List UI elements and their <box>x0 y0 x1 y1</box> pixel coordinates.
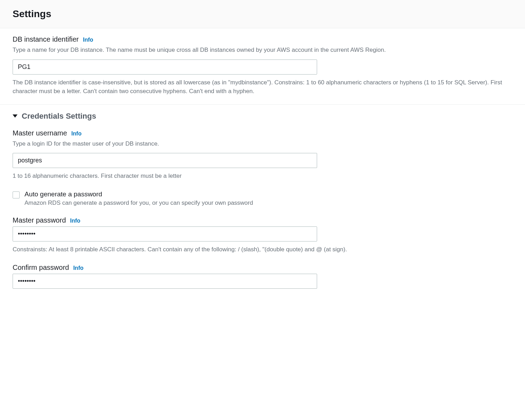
master-username-input[interactable] <box>13 153 317 168</box>
credentials-section: Credentials Settings Master username Inf… <box>0 104 525 307</box>
confirm-password-label: Confirm password <box>13 264 69 272</box>
auto-generate-row: Auto generate a password Amazon RDS can … <box>13 190 512 206</box>
db-identifier-description: Type a name for your DB instance. The na… <box>13 46 512 55</box>
confirm-password-info-link[interactable]: Info <box>73 265 83 271</box>
confirm-password-group: Confirm password Info <box>13 264 512 289</box>
confirm-password-input[interactable] <box>13 274 317 289</box>
auto-generate-checkbox[interactable] <box>13 191 20 198</box>
auto-generate-content: Auto generate a password Amazon RDS can … <box>24 190 512 206</box>
master-password-input[interactable] <box>13 226 317 241</box>
caret-down-icon <box>13 114 18 118</box>
master-password-group: Master password Info Constrainsts: At le… <box>13 216 512 254</box>
db-identifier-label: DB instance identifier <box>13 35 79 43</box>
settings-header: Settings <box>0 0 525 28</box>
master-username-hint: 1 to 16 alphanumeric characters. First c… <box>13 172 512 181</box>
master-username-label: Master username <box>13 129 67 137</box>
auto-generate-label: Auto generate a password <box>24 190 512 198</box>
db-identifier-section: DB instance identifier Info Type a name … <box>0 28 525 104</box>
master-username-description: Type a login ID for the master user of y… <box>13 139 512 148</box>
master-password-hint: Constrainsts: At least 8 printable ASCII… <box>13 245 512 254</box>
db-identifier-info-link[interactable]: Info <box>83 37 93 43</box>
master-username-info-link[interactable]: Info <box>71 131 82 137</box>
page-title: Settings <box>13 8 512 20</box>
master-password-label: Master password <box>13 216 66 224</box>
db-identifier-input[interactable] <box>13 59 317 75</box>
master-password-info-link[interactable]: Info <box>70 218 80 224</box>
db-identifier-hint: The DB instance identifier is case-insen… <box>13 78 512 96</box>
credentials-toggle[interactable]: Credentials Settings <box>13 112 512 121</box>
credentials-title: Credentials Settings <box>22 112 96 121</box>
master-username-group: Master username Info Type a login ID for… <box>13 129 512 181</box>
auto-generate-description: Amazon RDS can generate a password for y… <box>24 200 512 206</box>
